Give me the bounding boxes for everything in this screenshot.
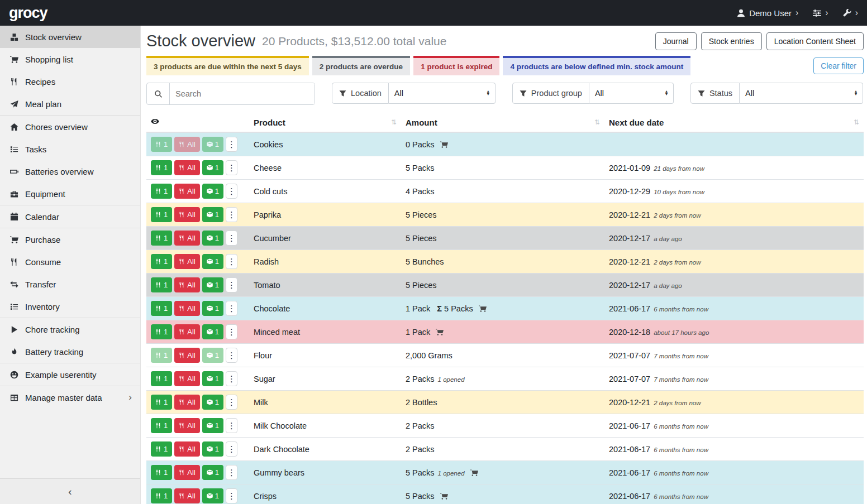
banner-warning[interactable]: 3 products are due within the next 5 day… — [146, 56, 309, 75]
row-menu-button[interactable]: ⋮ — [226, 465, 237, 480]
consume-all-button[interactable]: All — [174, 207, 199, 222]
admin-menu[interactable]: › — [843, 8, 858, 17]
consume-all-button[interactable]: All — [174, 395, 199, 410]
sort-icon[interactable]: ⇅ — [391, 118, 397, 126]
shopping-cart-icon[interactable] — [440, 141, 448, 148]
row-menu-button[interactable]: ⋮ — [226, 277, 237, 292]
sort-icon[interactable]: ⇅ — [594, 118, 600, 126]
row-menu-button[interactable]: ⋮ — [226, 418, 237, 433]
row-menu-button[interactable]: ⋮ — [226, 254, 237, 269]
shopping-cart-icon[interactable] — [479, 305, 487, 313]
product-name[interactable]: Chocolate — [254, 304, 290, 313]
consume-one-button[interactable]: 1 — [151, 488, 172, 503]
product-name[interactable]: Sugar — [254, 375, 275, 383]
consume-one-button[interactable]: 1 — [151, 371, 172, 386]
consume-one-button[interactable]: 1 — [151, 231, 172, 246]
consume-all-button[interactable]: All — [174, 488, 199, 503]
consume-all-button[interactable]: All — [174, 301, 199, 316]
product-name[interactable]: Cucumber — [254, 234, 291, 243]
open-one-button[interactable]: 1 — [202, 231, 223, 246]
sidebar-item-battery-tracking[interactable]: Battery tracking — [0, 340, 140, 363]
open-one-button[interactable]: 1 — [202, 348, 223, 363]
consume-one-button[interactable]: 1 — [151, 441, 172, 457]
consume-one-button[interactable]: 1 — [151, 137, 172, 152]
sidebar-item-inventory[interactable]: Inventory — [0, 295, 140, 318]
status-select[interactable]: All ▴▾ — [740, 83, 863, 104]
consume-one-button[interactable]: 1 — [151, 160, 172, 175]
product-name[interactable]: Cold cuts — [254, 187, 287, 196]
row-menu-button[interactable]: ⋮ — [226, 488, 237, 503]
row-menu-button[interactable]: ⋮ — [226, 301, 237, 316]
row-menu-button[interactable]: ⋮ — [226, 371, 237, 386]
row-menu-button[interactable]: ⋮ — [226, 395, 237, 410]
clear-filter-button[interactable]: Clear filter — [813, 57, 864, 74]
sidebar-item-equipment[interactable]: Equipment — [0, 183, 140, 205]
consume-one-button[interactable]: 1 — [151, 254, 172, 269]
row-menu-button[interactable]: ⋮ — [226, 324, 237, 339]
app-logo[interactable]: grocy — [9, 4, 47, 22]
consume-one-button[interactable]: 1 — [151, 395, 172, 410]
sidebar-item-meal-plan[interactable]: Meal plan — [0, 93, 140, 116]
consume-one-button[interactable]: 1 — [151, 418, 172, 433]
consume-one-button[interactable]: 1 — [151, 465, 172, 480]
consume-all-button[interactable]: All — [174, 371, 199, 386]
open-one-button[interactable]: 1 — [202, 160, 223, 175]
sidebar-item-transfer[interactable]: Transfer — [0, 273, 140, 295]
sidebar-item-manage-master-data[interactable]: Manage master data› — [0, 386, 140, 409]
product-group-select[interactable]: All ▴▾ — [589, 83, 674, 104]
open-one-button[interactable]: 1 — [202, 324, 223, 339]
open-one-button[interactable]: 1 — [202, 277, 223, 292]
sidebar-item-chore-tracking[interactable]: Chore tracking — [0, 318, 140, 340]
row-menu-button[interactable]: ⋮ — [226, 137, 237, 152]
product-name[interactable]: Paprika — [254, 210, 281, 219]
user-menu[interactable]: Demo User › — [737, 8, 798, 18]
shopping-cart-icon[interactable] — [470, 469, 478, 477]
sidebar-item-consume[interactable]: Consume — [0, 251, 140, 273]
sidebar-item-shopping-list[interactable]: Shopping list — [0, 48, 140, 70]
settings-menu[interactable]: › — [813, 8, 828, 17]
row-menu-button[interactable]: ⋮ — [226, 184, 237, 199]
product-name[interactable]: Flour — [254, 351, 272, 360]
open-one-button[interactable]: 1 — [202, 207, 223, 222]
product-name[interactable]: Minced meat — [254, 328, 300, 337]
consume-all-button[interactable]: All — [174, 137, 199, 152]
sidebar-collapse-button[interactable]: ‹ — [0, 478, 140, 504]
open-one-button[interactable]: 1 — [202, 488, 223, 503]
consume-all-button[interactable]: All — [174, 277, 199, 292]
consume-one-button[interactable]: 1 — [151, 324, 172, 339]
consume-all-button[interactable]: All — [174, 465, 199, 480]
open-one-button[interactable]: 1 — [202, 465, 223, 480]
product-name[interactable]: Dark Chocolate — [254, 445, 309, 454]
search-input[interactable] — [170, 83, 315, 104]
consume-one-button[interactable]: 1 — [151, 184, 172, 199]
sidebar-item-tasks[interactable]: Tasks — [0, 138, 140, 160]
banner-info[interactable]: 4 products are below defined min. stock … — [503, 56, 690, 75]
product-name[interactable]: Milk — [254, 398, 268, 407]
open-one-button[interactable]: 1 — [202, 301, 223, 316]
sidebar-item-recipes[interactable]: Recipes — [0, 70, 140, 93]
open-one-button[interactable]: 1 — [202, 441, 223, 457]
location-select[interactable]: All ▴▾ — [389, 83, 496, 104]
consume-all-button[interactable]: All — [174, 160, 199, 175]
consume-one-button[interactable]: 1 — [151, 207, 172, 222]
open-one-button[interactable]: 1 — [202, 184, 223, 199]
open-one-button[interactable]: 1 — [202, 418, 223, 433]
sort-icon[interactable]: ⇅ — [854, 118, 859, 126]
row-menu-button[interactable]: ⋮ — [226, 160, 237, 175]
shopping-cart-icon[interactable] — [436, 328, 444, 336]
consume-one-button[interactable]: 1 — [151, 348, 172, 363]
consume-one-button[interactable]: 1 — [151, 301, 172, 316]
sidebar-item-purchase[interactable]: Purchase — [0, 228, 140, 251]
location-content-sheet-button[interactable]: Location Content Sheet — [766, 32, 864, 50]
column-amount[interactable]: Amount ⇅ — [401, 113, 604, 132]
column-next-due-date[interactable]: Next due date ⇅ — [604, 113, 864, 132]
product-name[interactable]: Radish — [254, 257, 279, 266]
consume-all-button[interactable]: All — [174, 324, 199, 339]
consume-all-button[interactable]: All — [174, 184, 199, 199]
product-name[interactable]: Gummy bears — [254, 468, 304, 477]
sidebar-item-stock-overview[interactable]: Stock overview — [0, 26, 140, 48]
row-menu-button[interactable]: ⋮ — [226, 348, 237, 363]
open-one-button[interactable]: 1 — [202, 371, 223, 386]
open-one-button[interactable]: 1 — [202, 395, 223, 410]
banner-danger[interactable]: 1 product is expired — [413, 56, 499, 75]
